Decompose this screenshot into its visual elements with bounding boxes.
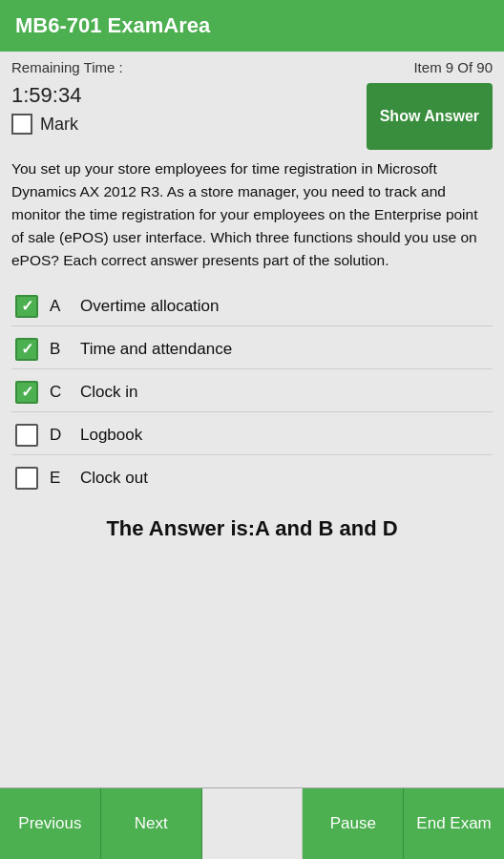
option-item[interactable]: CClock in [11,373,493,412]
option-text: Clock in [80,383,137,402]
remaining-label: Remaining Time : [11,59,123,75]
answer-text: The Answer is:A and B and D [106,516,397,540]
option-item[interactable]: EClock out [11,459,493,497]
option-text: Overtime allocation [80,297,220,316]
option-text: Clock out [80,469,148,488]
previous-button[interactable]: Previous [0,788,101,859]
option-checkbox-checked[interactable] [15,295,38,318]
option-checkbox-checked[interactable] [15,338,38,361]
option-letter: D [50,426,69,445]
nav-spacer [202,788,304,859]
option-letter: E [50,469,69,488]
options-list: AOvertime allocationBTime and attendance… [11,287,493,497]
option-item[interactable]: AOvertime allocation [11,287,493,326]
content-area: 1:59:34 Mark Show Answer You set up your… [0,75,504,787]
option-checkbox-checked[interactable] [15,381,38,404]
end-exam-button[interactable]: End Exam [404,788,504,859]
mark-label: Mark [40,115,78,135]
next-button[interactable]: Next [101,788,202,859]
option-item[interactable]: DLogbook [11,416,493,455]
option-text: Time and attendance [80,340,232,359]
show-answer-button[interactable]: Show Answer [367,83,493,150]
timer-section: 1:59:34 Mark [11,83,81,135]
timer-display: 1:59:34 [11,83,81,108]
option-checkbox-unchecked[interactable] [15,467,38,490]
timer-answer-row: 1:59:34 Mark Show Answer [11,83,493,150]
answer-section: The Answer is:A and B and D [11,497,493,551]
option-item[interactable]: BTime and attendance [11,330,493,369]
header: MB6-701 ExamArea [0,0,504,52]
item-label: Item 9 Of 90 [413,59,493,75]
option-letter: A [50,297,69,316]
mark-checkbox[interactable] [11,114,32,135]
meta-row: Remaining Time : Item 9 Of 90 [0,52,504,75]
option-text: Logbook [80,426,142,445]
header-title: MB6-701 ExamArea [15,13,210,37]
option-letter: C [50,383,69,402]
pause-button[interactable]: Pause [303,788,404,859]
question-text: You set up your store employees for time… [11,157,493,272]
option-letter: B [50,340,69,359]
bottom-nav: Previous Next Pause End Exam [0,787,504,859]
option-checkbox-unchecked[interactable] [15,424,38,447]
mark-row: Mark [11,114,81,135]
